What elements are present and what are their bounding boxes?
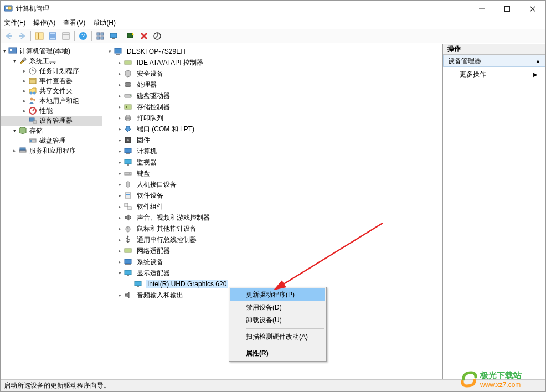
- expander-icon[interactable]: ▸: [116, 81, 123, 89]
- menu-action[interactable]: 操作(A): [33, 17, 55, 29]
- menu-view[interactable]: 查看(V): [63, 17, 85, 29]
- expander-icon[interactable]: ▸: [116, 236, 123, 244]
- device-storage-controllers[interactable]: ▸存储控制器: [106, 101, 442, 112]
- actions-section[interactable]: 设备管理器 ▲: [443, 55, 545, 67]
- tree-event-viewer[interactable]: ▸ 事件查看器: [1, 76, 102, 86]
- computer-icon-button[interactable]: [107, 30, 120, 42]
- menu-help[interactable]: 帮助(H): [93, 17, 116, 29]
- expander-icon[interactable]: ▸: [20, 77, 28, 85]
- expander-icon[interactable]: ▾: [106, 48, 114, 55]
- device-software-components[interactable]: ▸软件组件: [106, 201, 442, 212]
- expander-icon[interactable]: ▸: [20, 97, 28, 105]
- device-system[interactable]: ▸系统设备: [106, 256, 442, 267]
- scan-hardware-button[interactable]: [125, 30, 137, 42]
- expander-icon[interactable]: ▸: [116, 203, 123, 210]
- expander-icon[interactable]: ▾: [11, 57, 18, 65]
- icon-view-button[interactable]: [94, 30, 106, 42]
- maximize-button[interactable]: [495, 1, 520, 17]
- tree-performance[interactable]: ▸ 性能: [1, 106, 102, 116]
- device-sound[interactable]: ▸声音、视频和游戏控制器: [106, 212, 442, 223]
- device-network[interactable]: ▸网络适配器: [106, 245, 442, 256]
- device-monitors[interactable]: ▸监视器: [106, 157, 442, 168]
- properties-button[interactable]: [47, 30, 59, 42]
- device-ide[interactable]: ▸IDE ATA/ATAPI 控制器: [106, 57, 442, 68]
- menu-file[interactable]: 文件(F): [4, 17, 25, 29]
- console-tree-panel[interactable]: ▾ 计算机管理(本地) ▾ 系统工具 ▸ 任务计划程序 ▸ 事件查看器 ▸ 共: [1, 44, 102, 379]
- device-disk-drives[interactable]: ▸磁盘驱动器: [106, 90, 442, 101]
- expander-icon[interactable]: ▾: [116, 269, 123, 277]
- device-keyboards[interactable]: ▸键盘: [106, 168, 442, 179]
- help-button[interactable]: ?: [77, 30, 89, 42]
- expander-icon[interactable]: ▸: [116, 125, 123, 133]
- ctx-label: 扫描检测硬件改动(A): [246, 332, 308, 342]
- device-computer-root[interactable]: ▾ DESKTOP-7S29EIT: [106, 46, 442, 57]
- back-button[interactable]: [3, 30, 15, 42]
- expander-icon[interactable]: ▸: [116, 169, 123, 177]
- svg-rect-20: [97, 37, 100, 39]
- device-mice[interactable]: ▸鼠标和其他指针设备: [106, 223, 442, 234]
- device-firmware[interactable]: ▸固件: [106, 135, 442, 146]
- expander-icon[interactable]: ▸: [116, 136, 123, 144]
- tree-storage[interactable]: ▾ 存储: [1, 126, 102, 136]
- expander-icon[interactable]: ▸: [11, 147, 18, 154]
- device-ports[interactable]: ▸端口 (COM 和 LPT): [106, 123, 442, 135]
- expander-icon[interactable]: ▸: [20, 107, 28, 115]
- ctx-update-driver[interactable]: 更新驱动程序(P): [230, 288, 325, 301]
- expander-icon[interactable]: ▸: [116, 158, 123, 166]
- device-hid[interactable]: ▸人机接口设备: [106, 179, 442, 190]
- more-actions-item[interactable]: 更多操作 ▶: [443, 67, 545, 82]
- svg-rect-8: [35, 33, 43, 39]
- minimize-button[interactable]: [469, 1, 495, 17]
- expander-icon[interactable]: ▸: [116, 192, 123, 199]
- svg-rect-78: [126, 254, 130, 254]
- ctx-uninstall-device[interactable]: 卸载设备(U): [230, 314, 325, 327]
- expander-icon[interactable]: ▸: [20, 87, 28, 95]
- tree-disk-management[interactable]: 磁盘管理: [1, 136, 102, 146]
- ctx-scan-hardware[interactable]: 扫描检测硬件改动(A): [230, 331, 325, 343]
- device-print-queues[interactable]: ▸打印队列: [106, 112, 442, 123]
- expander-icon[interactable]: ▸: [116, 92, 123, 100]
- ctx-disable-device[interactable]: 禁用设备(D): [230, 301, 325, 314]
- expander-icon[interactable]: ▸: [116, 258, 123, 266]
- tree-label: 性能: [39, 106, 53, 116]
- expander-icon[interactable]: ▸: [116, 59, 123, 66]
- ctx-properties[interactable]: 属性(R): [230, 347, 325, 360]
- expander-icon[interactable]: ▸: [116, 147, 123, 155]
- tree-system-tools[interactable]: ▾ 系统工具: [1, 56, 102, 66]
- expander-icon[interactable]: ▸: [116, 103, 123, 111]
- detail-view-button[interactable]: [60, 30, 72, 42]
- device-security[interactable]: ▸安全设备: [106, 68, 442, 79]
- show-hide-tree-button[interactable]: [33, 30, 45, 42]
- collapse-icon[interactable]: ▲: [535, 58, 540, 64]
- svg-rect-18: [97, 33, 100, 35]
- device-cpu[interactable]: ▸处理器: [106, 79, 442, 90]
- expander-icon[interactable]: ▸: [116, 180, 123, 188]
- forward-button[interactable]: [16, 30, 28, 42]
- tree-device-manager[interactable]: 设备管理器: [1, 116, 102, 126]
- expander-icon[interactable]: ▸: [116, 247, 123, 255]
- more-actions-label: 更多操作: [460, 70, 486, 79]
- device-software[interactable]: ▸软件设备: [106, 190, 442, 201]
- expander-icon[interactable]: ▸: [116, 214, 123, 221]
- device-label: 监视器: [136, 158, 158, 167]
- expander-icon[interactable]: ▸: [116, 70, 123, 78]
- device-computers[interactable]: ▸计算机: [106, 146, 442, 157]
- svg-rect-77: [125, 249, 131, 252]
- expander-icon[interactable]: ▾: [1, 47, 8, 55]
- shared-folder-icon: [28, 86, 37, 95]
- tree-root[interactable]: ▾ 计算机管理(本地): [1, 46, 102, 56]
- close-button[interactable]: [520, 1, 545, 17]
- expander-icon[interactable]: ▾: [11, 127, 18, 135]
- tree-task-scheduler[interactable]: ▸ 任务计划程序: [1, 66, 102, 76]
- update-driver-button[interactable]: [151, 30, 163, 42]
- tree-shared-folders[interactable]: ▸ 共享文件夹: [1, 86, 102, 96]
- device-usb[interactable]: ▸通用串行总线控制器: [106, 234, 442, 245]
- expander-icon[interactable]: ▸: [116, 291, 123, 299]
- expander-icon[interactable]: ▸: [20, 67, 28, 75]
- expander-icon[interactable]: ▸: [116, 225, 123, 233]
- tree-local-users[interactable]: ▸ 本地用户和组: [1, 96, 102, 106]
- expander-icon[interactable]: ▸: [116, 114, 123, 122]
- tree-services-apps[interactable]: ▸ 服务和应用程序: [1, 146, 102, 156]
- device-display-adapters[interactable]: ▾显示适配器: [106, 267, 442, 278]
- uninstall-button[interactable]: [138, 30, 150, 42]
